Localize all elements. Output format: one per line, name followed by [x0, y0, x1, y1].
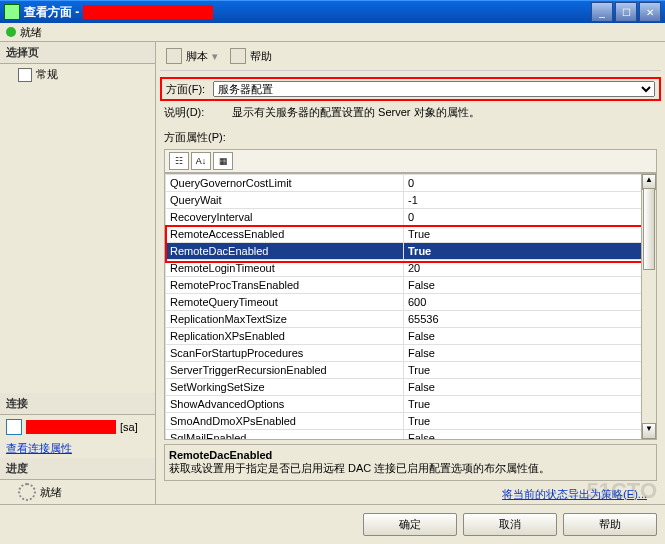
property-name: RemoteLoginTimeout [166, 260, 404, 277]
ready-icon [6, 27, 16, 37]
property-value[interactable]: True [404, 226, 642, 243]
description-row: 说明(D): 显示有关服务器的配置设置的 Server 对象的属性。 [160, 103, 661, 128]
alphabetical-button[interactable]: A↓ [191, 152, 211, 170]
property-row[interactable]: RemoteLoginTimeout20 [166, 260, 642, 277]
left-panel: 选择页 常规 连接 [sa] 查看连接属性 进度 就绪 [0, 42, 156, 504]
progress-spinner-icon [18, 483, 36, 501]
progress-header: 进度 [0, 458, 155, 480]
property-name: SmoAndDmoXPsEnabled [166, 413, 404, 430]
property-value[interactable]: False [404, 328, 642, 345]
nav-general-label: 常规 [36, 67, 58, 82]
property-name: ScanForStartupProcedures [166, 345, 404, 362]
property-row[interactable]: QueryGovernorCostLimit0 [166, 175, 642, 192]
description-label: 说明(D): [164, 105, 224, 120]
connection-header: 连接 [0, 393, 155, 415]
property-row[interactable]: SetWorkingSetSizeFalse [166, 379, 642, 396]
property-value[interactable]: True [404, 413, 642, 430]
property-grid[interactable]: QueryGovernorCostLimit0QueryWait-1Recove… [164, 173, 657, 440]
property-value[interactable]: True [404, 396, 642, 413]
property-row[interactable]: ReplicationMaxTextSize65536 [166, 311, 642, 328]
property-row[interactable]: ServerTriggerRecursionEnabledTrue [166, 362, 642, 379]
right-panel: 脚本 ▾ 帮助 方面(F): 服务器配置 说明(D): 显示有关服务器的配置设置… [156, 42, 665, 504]
property-help-title: RemoteDacEnabled [169, 449, 652, 461]
property-row[interactable]: RemoteProcTransEnabledFalse [166, 277, 642, 294]
script-icon [166, 48, 182, 64]
property-row[interactable]: RemoteDacEnabledTrue [166, 243, 642, 260]
script-button[interactable]: 脚本 [186, 49, 208, 64]
property-name: QueryGovernorCostLimit [166, 175, 404, 192]
ok-button[interactable]: 确定 [363, 513, 457, 536]
property-name: RemoteDacEnabled [166, 243, 404, 260]
property-name: SqlMailEnabled [166, 430, 404, 440]
property-value[interactable]: False [404, 430, 642, 440]
scroll-thumb[interactable] [643, 188, 655, 270]
scroll-down-button[interactable]: ▼ [642, 423, 656, 439]
property-name: ReplicationMaxTextSize [166, 311, 404, 328]
property-help-body: 获取或设置用于指定是否已启用远程 DAC 连接已启用配置选项的布尔属性值。 [169, 461, 652, 476]
progress-ready-label: 就绪 [40, 485, 62, 500]
property-help-box: RemoteDacEnabled 获取或设置用于指定是否已启用远程 DAC 连接… [164, 444, 657, 481]
property-row[interactable]: RemoteAccessEnabledTrue [166, 226, 642, 243]
property-grid-toolbar: ☷ A↓ ▦ [164, 149, 657, 173]
window-title: 查看方面 - [24, 4, 591, 21]
property-name: QueryWait [166, 192, 404, 209]
maximize-button[interactable]: ☐ [615, 2, 637, 22]
categorized-button[interactable]: ☷ [169, 152, 189, 170]
property-value[interactable]: 20 [404, 260, 642, 277]
property-row[interactable]: RemoteQueryTimeout600 [166, 294, 642, 311]
property-row[interactable]: SmoAndDmoXPsEnabledTrue [166, 413, 642, 430]
property-name: RemoteAccessEnabled [166, 226, 404, 243]
property-value[interactable]: False [404, 379, 642, 396]
property-value[interactable]: False [404, 277, 642, 294]
title-redacted [83, 5, 213, 19]
sa-label: [sa] [120, 421, 138, 433]
ready-label: 就绪 [20, 25, 42, 40]
toolbar: 脚本 ▾ 帮助 [160, 46, 661, 71]
property-name: ReplicationXPsEnabled [166, 328, 404, 345]
status-strip: 就绪 [0, 23, 665, 42]
help-dialog-button[interactable]: 帮助 [563, 513, 657, 536]
property-row[interactable]: ScanForStartupProceduresFalse [166, 345, 642, 362]
facet-row: 方面(F): 服务器配置 [160, 77, 661, 101]
dialog-buttons: 确定 取消 帮助 [0, 504, 665, 544]
property-value[interactable]: 0 [404, 175, 642, 192]
app-icon [4, 4, 20, 20]
page-icon [18, 68, 32, 82]
help-button[interactable]: 帮助 [250, 49, 272, 64]
property-name: RemoteQueryTimeout [166, 294, 404, 311]
property-name: RecoveryInterval [166, 209, 404, 226]
facet-select[interactable]: 服务器配置 [213, 81, 655, 97]
nav-general[interactable]: 常规 [0, 64, 155, 85]
property-row[interactable]: ShowAdvancedOptionsTrue [166, 396, 642, 413]
vertical-scrollbar[interactable]: ▲ ▼ [641, 174, 656, 439]
property-row[interactable]: SqlMailEnabledFalse [166, 430, 642, 440]
server-name-redacted [26, 420, 116, 434]
property-value[interactable]: -1 [404, 192, 642, 209]
property-value[interactable]: 600 [404, 294, 642, 311]
property-pages-button[interactable]: ▦ [213, 152, 233, 170]
property-row[interactable]: ReplicationXPsEnabledFalse [166, 328, 642, 345]
export-policy-link[interactable]: 将当前的状态导出为策略(E)... [496, 486, 653, 502]
property-name: ServerTriggerRecursionEnabled [166, 362, 404, 379]
close-button[interactable]: ✕ [639, 2, 661, 22]
select-page-header: 选择页 [0, 42, 155, 64]
property-value[interactable]: True [404, 243, 642, 260]
property-row[interactable]: RecoveryInterval0 [166, 209, 642, 226]
property-value[interactable]: False [404, 345, 642, 362]
property-value[interactable]: 0 [404, 209, 642, 226]
property-name: SetWorkingSetSize [166, 379, 404, 396]
facet-props-label: 方面属性(P): [160, 128, 661, 149]
facet-label: 方面(F): [166, 82, 205, 97]
server-icon [6, 419, 22, 435]
property-row[interactable]: QueryWait-1 [166, 192, 642, 209]
property-name: RemoteProcTransEnabled [166, 277, 404, 294]
minimize-button[interactable]: _ [591, 2, 613, 22]
progress-ready: 就绪 [0, 480, 155, 504]
property-value[interactable]: 65536 [404, 311, 642, 328]
property-value[interactable]: True [404, 362, 642, 379]
connection-info: [sa] [0, 415, 155, 439]
view-connection-properties-link[interactable]: 查看连接属性 [0, 439, 155, 458]
help-icon [230, 48, 246, 64]
cancel-button[interactable]: 取消 [463, 513, 557, 536]
title-bar: 查看方面 - _ ☐ ✕ [0, 0, 665, 23]
